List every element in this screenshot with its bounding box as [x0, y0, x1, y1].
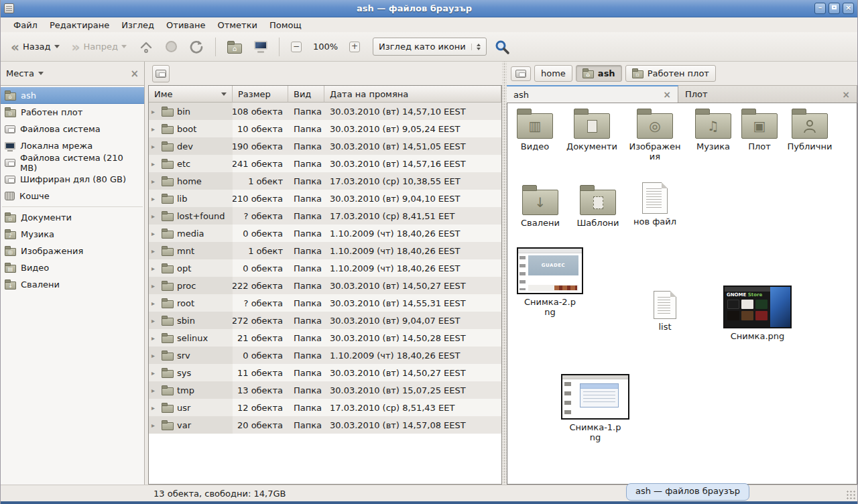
computer-button[interactable]: [249, 37, 272, 57]
back-dropdown-icon[interactable]: [54, 45, 60, 48]
table-row[interactable]: ▸root? обектаПапка30.03.2010 (вт) 14,55,…: [149, 294, 501, 312]
up-button[interactable]: [134, 36, 158, 58]
path-button-desktop[interactable]: ▫Работен плот: [625, 65, 716, 82]
table-row[interactable]: ▸bin108 обектаПапка30.03.2010 (вт) 14,57…: [149, 103, 501, 120]
expander-icon[interactable]: ▸: [151, 282, 158, 290]
table-row[interactable]: ▸dev190 обектаПапка30.03.2010 (вт) 14,51…: [149, 137, 501, 155]
folder-item-pictures[interactable]: ◎ Изображения: [625, 107, 684, 162]
column-header-name[interactable]: Име: [149, 86, 233, 103]
reload-button[interactable]: [184, 36, 208, 58]
folder-item-documents[interactable]: Документи: [560, 107, 624, 152]
table-row[interactable]: ▸selinux21 обектаПапка30.03.2010 (вт) 14…: [149, 329, 501, 346]
tab-plot[interactable]: Плот ×: [678, 85, 857, 103]
tab-ash[interactable]: ash ×: [507, 85, 678, 103]
expander-icon[interactable]: ▸: [151, 160, 158, 168]
root-path-button[interactable]: [511, 66, 531, 81]
expander-icon[interactable]: ▸: [151, 387, 158, 394]
home-button[interactable]: ⌂: [223, 36, 247, 58]
sidebar-item-desktop[interactable]: ▫ Работен плот: [1, 104, 144, 121]
sidebar-item-pictures[interactable]: ◎ Изображения: [1, 243, 144, 259]
table-row[interactable]: ▸mnt1 обектПапка1.10.2009 (чт) 18,40,26 …: [149, 242, 501, 259]
file-item-snimka1[interactable]: Снимка-1.png: [560, 374, 631, 443]
menu-help[interactable]: Помощ: [263, 19, 308, 32]
expander-icon[interactable]: ▸: [151, 143, 158, 150]
folder-item-music[interactable]: ♫ Музика: [687, 107, 739, 152]
table-row[interactable]: ▸home1 обектПапка17.03.2010 (ср) 10,38,5…: [149, 172, 501, 190]
file-item-new-file[interactable]: нов файл: [627, 182, 683, 227]
expander-icon[interactable]: ▸: [151, 300, 158, 307]
table-row[interactable]: ▸opt0 обектаПапка1.10.2009 (чт) 18,40,26…: [149, 259, 501, 277]
zoom-out-button[interactable]: −: [286, 38, 306, 56]
icon-view[interactable]: ▥ Видео Документи ◎ Изображения ♫ Музика…: [507, 103, 857, 485]
sidebar-item-filesystem-210mb[interactable]: Файлова система (210 MB): [1, 154, 144, 171]
table-row[interactable]: ▸boot10 обектаПапка30.03.2010 (вт) 9,05,…: [149, 120, 501, 137]
places-dropdown-icon[interactable]: [38, 72, 44, 75]
expander-icon[interactable]: ▸: [151, 334, 158, 342]
taskbar-window-button[interactable]: ash — файлов браузър: [626, 483, 749, 501]
maximize-button[interactable]: [829, 3, 840, 14]
sidebar-item-filesystem[interactable]: Файлова система: [1, 121, 144, 137]
column-header-type[interactable]: Вид: [288, 86, 324, 103]
expander-icon[interactable]: ▸: [151, 369, 158, 377]
menu-edit[interactable]: Редактиране: [44, 19, 115, 32]
menu-go[interactable]: Отиване: [160, 19, 211, 32]
root-filesystem-button[interactable]: [152, 65, 170, 82]
folder-item-public[interactable]: Публични: [780, 107, 840, 152]
tab-close-icon[interactable]: ×: [663, 89, 671, 100]
folder-item-downloads[interactable]: ↓ Свалени: [511, 184, 569, 229]
table-row[interactable]: ▸usr12 обектаПапка17.03.2010 (ср) 8,51,4…: [149, 399, 501, 416]
forward-button[interactable]: » Напред: [67, 38, 131, 56]
expander-icon[interactable]: ▸: [151, 125, 158, 133]
expander-icon[interactable]: ▸: [151, 317, 158, 324]
table-row[interactable]: ▸lib210 обектаПапка30.03.2010 (вт) 9,04,…: [149, 190, 501, 207]
file-item-snimka2[interactable]: GUADEC Снимка-2.png: [515, 247, 585, 318]
search-button[interactable]: [489, 35, 515, 59]
table-row[interactable]: ▸proc222 обектаПапка30.03.2010 (вт) 14,5…: [149, 277, 501, 294]
folder-item-desktop[interactable]: ▣ Плот: [739, 107, 780, 152]
sidebar-item-downloads[interactable]: ↓ Свалени: [1, 276, 144, 293]
menu-file[interactable]: Файл: [7, 19, 44, 32]
folder-item-templates[interactable]: Шаблони: [569, 184, 627, 229]
sidebar-item-video[interactable]: ▤ Видео: [1, 259, 144, 276]
table-row[interactable]: ▸media0 обектаПапка1.10.2009 (чт) 18,40,…: [149, 225, 501, 242]
view-mode-select[interactable]: Изглед като икони: [373, 38, 487, 56]
table-row[interactable]: ▸tmp13 обектаПапка30.03.2010 (вт) 15,07,…: [149, 381, 501, 399]
resize-grip[interactable]: [846, 490, 855, 499]
expander-icon[interactable]: ▸: [151, 404, 158, 412]
table-row[interactable]: ▸sys11 обектаПапка30.03.2010 (вт) 14,50,…: [149, 364, 501, 381]
back-button[interactable]: « Назад: [6, 38, 64, 56]
places-header[interactable]: Места: [6, 68, 34, 78]
menu-view[interactable]: Изглед: [115, 19, 160, 32]
menu-bookmarks[interactable]: Отметки: [211, 19, 263, 32]
expander-icon[interactable]: ▸: [151, 230, 158, 237]
expander-icon[interactable]: ▸: [151, 247, 158, 255]
folder-item-video[interactable]: ▥ Видео: [510, 107, 560, 152]
minimize-button[interactable]: –: [814, 3, 826, 14]
titlebar[interactable]: ash — файлов браузър – ×: [1, 0, 857, 17]
column-header-size[interactable]: Размер: [233, 86, 288, 103]
panel-splitter[interactable]: [502, 62, 507, 485]
path-button-ash[interactable]: ⌂ash: [576, 65, 622, 82]
path-button-home[interactable]: home: [534, 65, 572, 82]
forward-dropdown-icon[interactable]: [121, 45, 127, 48]
sidebar-close-icon[interactable]: ×: [130, 68, 139, 80]
expander-icon[interactable]: ▸: [151, 422, 158, 429]
table-row[interactable]: ▸lost+found? обектаПапка17.03.2010 (ср) …: [149, 207, 501, 225]
sidebar-item-trash[interactable]: Кошче: [1, 188, 144, 204]
sidebar-item-documents[interactable]: ▫ Документи: [1, 209, 144, 226]
table-row[interactable]: ▸sbin272 обектаПапка30.03.2010 (вт) 9,04…: [149, 312, 501, 329]
expander-icon[interactable]: ▸: [151, 212, 158, 220]
table-row[interactable]: ▸etc241 обектаПапка30.03.2010 (вт) 14,57…: [149, 155, 501, 172]
stop-button[interactable]: [161, 37, 182, 56]
sidebar-item-ash[interactable]: ⌂ ash: [1, 87, 144, 104]
file-item-list[interactable]: list: [644, 291, 686, 332]
sidebar-item-network[interactable]: Локална мрежа: [1, 137, 144, 154]
sidebar-item-music[interactable]: ♪ Музика: [1, 226, 144, 243]
expander-icon[interactable]: ▸: [151, 195, 158, 202]
file-item-snimka[interactable]: GNOME Store Снимка.pn: [722, 286, 793, 342]
zoom-in-button[interactable]: +: [345, 38, 365, 56]
sidebar-item-encrypted-80gb[interactable]: Шифриран дял (80 GB): [1, 171, 144, 188]
column-header-date[interactable]: Дата на промяна: [324, 86, 501, 103]
table-row[interactable]: ▸srv0 обектаПапка1.10.2009 (чт) 18,40,26…: [149, 346, 501, 364]
expander-icon[interactable]: ▸: [151, 108, 158, 115]
